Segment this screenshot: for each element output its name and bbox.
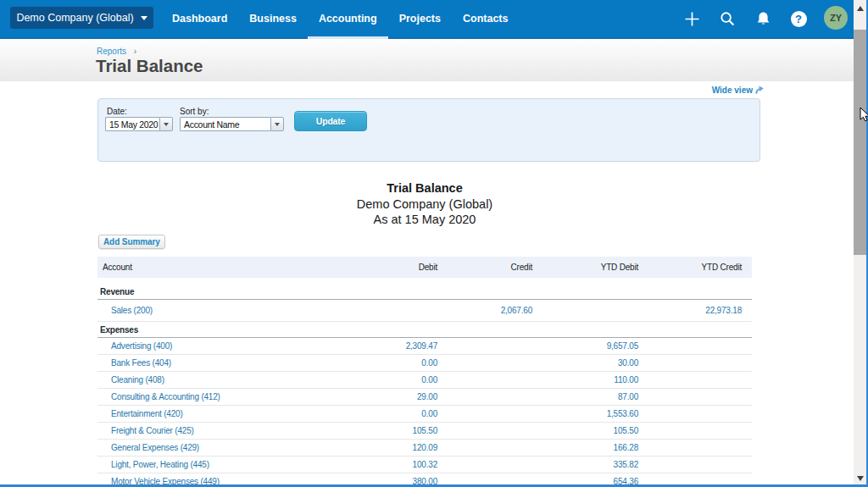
- ytd-debit-cell: 30.00: [532, 358, 638, 368]
- ytd-debit-cell: 110.00: [532, 375, 638, 385]
- dropdown-arrow-icon: [275, 123, 280, 126]
- date-select-arrow-button[interactable]: [159, 117, 173, 131]
- help-glyph: ?: [795, 13, 802, 25]
- nav-item-projects[interactable]: Projects: [388, 0, 452, 37]
- debit-cell: 2,309.47: [336, 341, 437, 351]
- account-link[interactable]: Bank Fees (404): [111, 358, 171, 368]
- sort-by-label: Sort by:: [180, 107, 209, 116]
- sort-by-select-arrow-button[interactable]: [270, 117, 284, 131]
- account-link[interactable]: Sales (200): [111, 306, 153, 315]
- scrollbar-thumb[interactable]: [854, 30, 866, 255]
- update-button[interactable]: Update: [294, 111, 367, 131]
- date-select[interactable]: 15 May 2020: [105, 117, 173, 131]
- nav-item-business[interactable]: Business: [238, 0, 308, 37]
- account-link[interactable]: Cleaning (408): [111, 375, 164, 385]
- section-label: Revenue: [97, 287, 336, 296]
- ytd-debit-cell: 166.28: [532, 443, 638, 452]
- account-cell: Freight & Courier (425): [97, 426, 336, 435]
- add-summary-button[interactable]: Add Summary: [98, 235, 165, 249]
- debit-cell: 29.00: [336, 392, 437, 401]
- account-link[interactable]: Freight & Courier (425): [111, 426, 194, 435]
- column-header-debit: Debit: [336, 263, 437, 272]
- ytd-debit-cell: 87.00: [532, 392, 638, 401]
- table-header-row: Account Debit Credit YTD Debit YTD Credi…: [97, 257, 752, 278]
- search-button[interactable]: [709, 0, 745, 37]
- account-cell: Sales (200): [97, 306, 336, 315]
- table-row: General Expenses (429)120.09166.28: [97, 440, 752, 457]
- table-row: Sales (200) 2,067.60 22,973.18: [97, 300, 752, 322]
- credit-cell: 2,067.60: [437, 306, 532, 315]
- ytd-debit-cell: 1,553.60: [532, 409, 638, 418]
- page-title: Trial Balance: [96, 56, 203, 76]
- wide-view-label: Wide view: [712, 86, 753, 95]
- table-row: Freight & Courier (425)105.50105.50: [97, 423, 752, 440]
- report-heading: Trial Balance Demo Company (Global) As a…: [97, 180, 752, 228]
- account-cell: Consulting & Accounting (412): [97, 392, 336, 401]
- table-row: Cleaning (408)0.00110.00: [97, 372, 752, 389]
- help-icon: ?: [791, 11, 807, 27]
- nav-item-label: Projects: [399, 13, 441, 25]
- account-link[interactable]: Light, Power, Heating (445): [111, 460, 209, 469]
- chevron-down-icon: [141, 16, 147, 20]
- nav-item-label: Accounting: [319, 13, 377, 25]
- account-link[interactable]: Entertainment (420): [111, 409, 183, 418]
- sort-by-select[interactable]: Account Name: [180, 117, 284, 131]
- date-select-value: 15 May 2020: [105, 117, 159, 131]
- nav-item-dashboard[interactable]: Dashboard: [161, 0, 238, 37]
- ytd-debit-cell: 9,657.05: [532, 341, 638, 351]
- sort-by-select-value: Account Name: [180, 117, 270, 131]
- report-filter-panel: Date: 15 May 2020 Sort by: Account Name …: [97, 98, 760, 162]
- xero-trial-balance-screen: Demo Company (Global) Dashboard Business…: [0, 0, 868, 487]
- table-row: Entertainment (420)0.001,553.60: [97, 406, 752, 423]
- help-button[interactable]: ?: [781, 0, 816, 37]
- debit-cell: 0.00: [336, 358, 437, 368]
- breadcrumb: Reports ›: [97, 47, 136, 56]
- section-row-revenue: Revenue: [97, 278, 752, 300]
- debit-cell: 105.50: [336, 426, 437, 435]
- company-selector[interactable]: Demo Company (Global): [10, 7, 153, 29]
- ytd-debit-cell: 335.82: [532, 460, 638, 469]
- ytd-credit-cell: 22,973.18: [638, 306, 742, 315]
- expand-arrow-icon: [755, 86, 764, 94]
- column-header-ytd-credit: YTD Credit: [638, 263, 742, 272]
- debit-cell: 0.00: [336, 409, 437, 418]
- report-company: Demo Company (Global): [97, 196, 752, 213]
- date-label: Date:: [107, 107, 127, 116]
- section-row-expenses: Expenses: [97, 322, 752, 338]
- report-title: Trial Balance: [97, 180, 752, 196]
- debit-cell: 0.00: [336, 375, 437, 385]
- page-header: Reports › Trial Balance: [0, 39, 854, 81]
- trial-balance-table: Account Debit Credit YTD Debit YTD Credi…: [97, 257, 752, 487]
- scrollbar-up-arrow-icon[interactable]: [857, 6, 864, 11]
- wide-view-link[interactable]: Wide view: [97, 86, 764, 95]
- top-navbar: Demo Company (Global) Dashboard Business…: [0, 0, 854, 39]
- notifications-button[interactable]: [745, 0, 781, 37]
- scrollbar-down-arrow-icon[interactable]: [857, 476, 864, 481]
- account-cell: Light, Power, Heating (445): [97, 460, 336, 469]
- account-link[interactable]: Consulting & Accounting (412): [111, 392, 220, 401]
- account-cell: Advertising (400): [97, 341, 336, 351]
- avatar-initials: ZY: [830, 13, 842, 23]
- company-selector-label: Demo Company (Global): [16, 12, 133, 24]
- account-link[interactable]: General Expenses (429): [111, 443, 199, 452]
- debit-cell: 100.32: [336, 460, 437, 469]
- nav-item-label: Business: [249, 13, 297, 25]
- breadcrumb-reports-link[interactable]: Reports: [97, 47, 126, 56]
- ytd-debit-cell: 105.50: [532, 426, 638, 435]
- nav-item-accounting[interactable]: Accounting: [308, 0, 388, 37]
- table-row: Advertising (400)2,309.479,657.05: [97, 338, 752, 355]
- account-cell: Cleaning (408): [97, 375, 336, 385]
- add-button[interactable]: [674, 0, 709, 37]
- column-header-credit: Credit: [437, 263, 532, 272]
- vertical-scrollbar[interactable]: [854, 0, 866, 487]
- nav-item-contacts[interactable]: Contacts: [452, 0, 519, 37]
- mouse-cursor: [860, 107, 868, 126]
- avatar[interactable]: ZY: [824, 6, 848, 30]
- nav-item-label: Contacts: [463, 13, 508, 25]
- account-link[interactable]: Advertising (400): [111, 341, 172, 351]
- report-as-at-date: As at 15 May 2020: [97, 212, 752, 228]
- account-cell: Entertainment (420): [97, 409, 336, 418]
- table-row: Bank Fees (404)0.0030.00: [97, 355, 752, 372]
- column-header-account: Account: [97, 263, 336, 272]
- plus-icon: [684, 11, 700, 27]
